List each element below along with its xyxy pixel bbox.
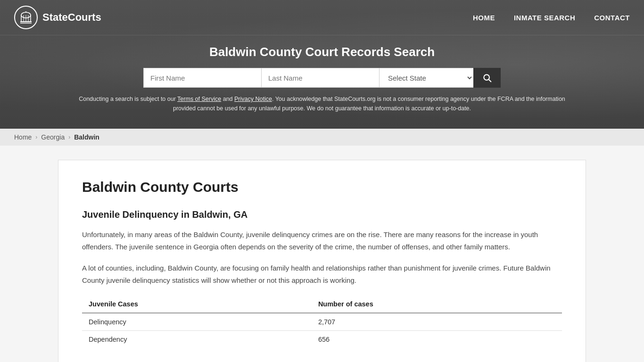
terms-link[interactable]: Terms of Service: [177, 96, 221, 102]
nav-contact[interactable]: CONTACT: [594, 14, 630, 22]
svg-line-11: [489, 80, 491, 82]
section-title: Juvenile Delinquency in Baldwin, GA: [82, 209, 562, 220]
body-paragraph-1: Unfortunately, in many areas of the Bald…: [82, 229, 562, 253]
nav-inmate-search[interactable]: INMATE SEARCH: [514, 14, 575, 22]
search-bar: Select State Alabama Alaska Arizona Arka…: [129, 68, 515, 88]
col-header-case-type: Juvenile Cases: [82, 296, 312, 313]
case-count-cell: 656: [312, 331, 562, 348]
first-name-input[interactable]: [143, 68, 261, 88]
county-title: Baldwin County Courts: [82, 179, 562, 195]
case-type-cell: Delinquency: [82, 313, 312, 331]
nav-links: HOME INMATE SEARCH CONTACT: [473, 14, 630, 22]
logo-icon: [14, 6, 38, 29]
table-row: Delinquency 2,707: [82, 313, 562, 331]
case-count-cell: 2,707: [312, 313, 562, 331]
site-header: StateCourts HOME INMATE SEARCH CONTACT B…: [0, 0, 644, 129]
logo[interactable]: StateCourts: [14, 6, 101, 29]
col-header-count: Number of cases: [312, 296, 562, 313]
table-row: Dependency 656: [82, 331, 562, 348]
nav-home[interactable]: HOME: [473, 14, 495, 22]
breadcrumb-sep-1: ›: [35, 134, 37, 140]
breadcrumb-county: Baldwin: [74, 133, 99, 141]
search-icon: [482, 73, 492, 82]
breadcrumb: Home › Georgia › Baldwin: [0, 129, 644, 146]
case-type-cell: Dependency: [82, 331, 312, 348]
nav-bar: StateCourts HOME INMATE SEARCH CONTACT: [0, 0, 644, 35]
page-title: Baldwin County Court Records Search: [14, 45, 630, 59]
search-button[interactable]: [473, 68, 501, 88]
breadcrumb-home[interactable]: Home: [14, 133, 32, 141]
content-card: Baldwin County Courts Juvenile Delinquen…: [58, 160, 586, 362]
site-name: StateCourts: [42, 11, 101, 24]
main-content: Baldwin County Courts Juvenile Delinquen…: [44, 160, 600, 362]
juvenile-cases-table: Juvenile Cases Number of cases Delinquen…: [82, 296, 562, 348]
body-paragraph-2: A lot of counties, including, Baldwin Co…: [82, 262, 562, 286]
state-select[interactable]: Select State Alabama Alaska Arizona Arka…: [379, 68, 473, 88]
table-header-row: Juvenile Cases Number of cases: [82, 296, 562, 313]
privacy-link[interactable]: Privacy Notice: [234, 96, 272, 102]
disclaimer: Conducting a search is subject to our Te…: [74, 94, 570, 122]
search-section: Baldwin County Court Records Search Sele…: [0, 35, 644, 129]
last-name-input[interactable]: [261, 68, 379, 88]
breadcrumb-sep-2: ›: [68, 134, 70, 140]
breadcrumb-state[interactable]: Georgia: [41, 133, 65, 141]
